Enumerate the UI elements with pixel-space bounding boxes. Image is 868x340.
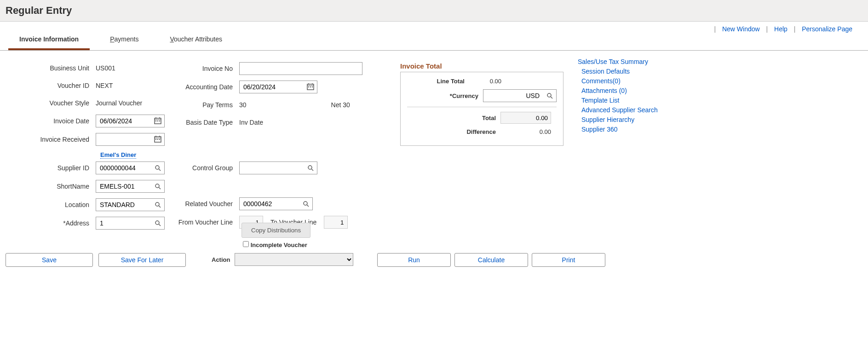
supplier-hierarchy-link[interactable]: Supplier Hierarchy — [581, 116, 697, 123]
short-name-input[interactable] — [96, 180, 151, 192]
supplier-name-link[interactable]: Emel's Diner — [100, 151, 136, 159]
business-unit-label: Business Unit — [0, 64, 96, 72]
difference-value: 0.00 — [500, 128, 551, 135]
svg-point-33 — [547, 93, 551, 97]
action-label: Action — [212, 256, 230, 263]
incomplete-voucher-label: Incomplete Voucher — [251, 242, 307, 248]
search-icon[interactable] — [543, 90, 556, 102]
incomplete-voucher-checkbox[interactable] — [243, 241, 249, 247]
accounting-date-input[interactable] — [240, 81, 304, 93]
tab-strip: Invoice Information Payments Voucher Att… — [0, 31, 868, 51]
invoice-date-label: Invoice Date — [0, 117, 96, 125]
middle-column: Invoice No Accounting Date Pay Terms 30 … — [175, 62, 386, 234]
business-unit-value: US001 — [96, 64, 115, 72]
personalize-link[interactable]: Personalize Page — [802, 25, 852, 33]
sales-tax-link[interactable]: Sales/Use Tax Summary — [578, 58, 697, 65]
svg-line-34 — [551, 97, 552, 98]
svg-line-21 — [159, 224, 161, 226]
supplier-id-label: Supplier ID — [0, 164, 96, 172]
separator: | — [714, 25, 716, 33]
comments-link[interactable]: Comments(0) — [581, 77, 697, 85]
svg-line-19 — [159, 206, 161, 207]
svg-line-15 — [159, 169, 161, 171]
search-icon[interactable] — [151, 180, 164, 192]
svg-rect-26 — [308, 86, 309, 87]
search-icon[interactable] — [299, 198, 312, 210]
svg-point-14 — [155, 166, 159, 169]
svg-rect-6 — [159, 121, 160, 121]
related-voucher-label: Related Voucher — [175, 200, 239, 207]
control-group-label: Control Group — [175, 164, 239, 172]
search-icon[interactable] — [151, 199, 164, 211]
advanced-supplier-link[interactable]: Advanced Supplier Search — [581, 106, 697, 114]
tab-payments[interactable]: Payments — [99, 31, 149, 50]
currency-label: *Currency — [423, 92, 478, 99]
location-input[interactable] — [96, 199, 151, 211]
svg-rect-13 — [159, 139, 160, 140]
calculate-button[interactable]: Calculate — [454, 253, 528, 267]
help-link[interactable]: Help — [774, 25, 788, 33]
svg-point-18 — [155, 202, 159, 206]
svg-rect-5 — [157, 121, 158, 121]
bottom-right-buttons: Run Calculate Print — [377, 253, 605, 267]
new-window-link[interactable]: New Window — [722, 25, 760, 33]
search-icon[interactable] — [151, 217, 164, 229]
action-wrap: Action — [212, 253, 353, 266]
run-button[interactable]: Run — [377, 253, 451, 267]
calendar-icon[interactable] — [304, 81, 317, 93]
invoice-no-label: Invoice No — [175, 65, 239, 72]
invoice-no-input[interactable] — [239, 62, 362, 75]
invoice-total-title: Invoice Total — [400, 62, 563, 70]
calendar-icon[interactable] — [151, 133, 164, 145]
copy-distributions-wrap: Copy Distributions — [241, 223, 310, 238]
template-list-link[interactable]: Template List — [581, 97, 697, 104]
voucher-style-value: Journal Voucher — [96, 99, 142, 107]
svg-line-30 — [311, 169, 313, 171]
page-header: Regular Entry — [0, 0, 868, 22]
svg-point-31 — [304, 202, 307, 205]
svg-point-29 — [308, 166, 312, 169]
from-voucher-line-label: From Voucher Line — [175, 219, 239, 226]
address-input[interactable] — [96, 217, 151, 229]
print-button[interactable]: Print — [532, 253, 605, 267]
invoice-received-input[interactable] — [96, 133, 151, 145]
svg-line-32 — [307, 205, 309, 207]
supplier-360-link[interactable]: Supplier 360 — [581, 126, 697, 133]
voucher-id-label: Voucher ID — [0, 82, 96, 89]
voucher-style-label: Voucher Style — [0, 99, 96, 107]
separator: | — [794, 25, 796, 33]
copy-distributions-button[interactable]: Copy Distributions — [241, 223, 310, 238]
tab-invoice-information[interactable]: Invoice Information — [8, 31, 90, 50]
tab-voucher-rest: oucher Attributes — [174, 35, 222, 43]
action-select[interactable] — [235, 253, 353, 266]
search-icon[interactable] — [151, 162, 164, 174]
tab-voucher-hotkey: V — [170, 35, 174, 43]
invoice-date-input[interactable] — [96, 115, 151, 127]
supplier-id-input[interactable] — [96, 162, 151, 174]
control-group-input[interactable] — [240, 162, 304, 174]
currency-input[interactable] — [483, 90, 543, 102]
related-voucher-input[interactable] — [240, 198, 299, 210]
line-total-value: 0.00 — [469, 78, 501, 85]
tab-payments-rest: ayments — [114, 35, 138, 43]
attachments-link[interactable]: Attachments (0) — [581, 87, 697, 94]
total-value — [500, 112, 551, 124]
tab-voucher-attributes[interactable]: Voucher Attributes — [159, 31, 233, 50]
separator: | — [766, 25, 768, 33]
session-defaults-link[interactable]: Session Defaults — [581, 68, 697, 75]
calendar-icon[interactable] — [151, 115, 164, 127]
short-name-label: ShortName — [0, 183, 96, 190]
invoice-total-box: Invoice Total Line Total 0.00 *Currency … — [400, 62, 563, 146]
page-title: Regular Entry — [6, 5, 862, 17]
svg-point-16 — [155, 184, 159, 188]
basis-date-type-label: Basis Date Type — [175, 119, 239, 126]
invoice-received-label: Invoice Received — [0, 136, 96, 143]
save-button[interactable]: Save — [6, 253, 93, 267]
svg-line-17 — [159, 187, 161, 189]
search-icon[interactable] — [304, 162, 317, 174]
bottom-left-buttons: Save Save For Later — [6, 253, 186, 267]
location-label: Location — [0, 201, 96, 208]
save-for-later-button[interactable]: Save For Later — [98, 253, 186, 267]
svg-rect-12 — [157, 139, 158, 140]
address-label: *Address — [0, 219, 96, 227]
